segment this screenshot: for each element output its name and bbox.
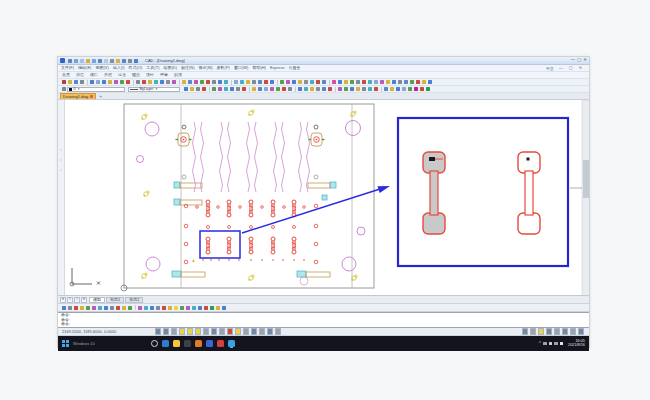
app-icon[interactable] — [206, 340, 213, 347]
file-tab-bar: Drawing1.dwg + — [58, 93, 589, 100]
login-button[interactable]: 登录 — [546, 66, 554, 71]
chevron-down-icon: ▾ — [155, 87, 157, 91]
close-button[interactable]: ✕ — [583, 58, 587, 63]
standard-toolbar-icons[interactable] — [61, 80, 433, 85]
status-toggle-buttons[interactable] — [154, 328, 282, 335]
canvas-left-strip — [58, 100, 65, 296]
layer-manager-icon[interactable] — [62, 87, 66, 91]
chevron-down-icon: ▾ — [78, 87, 80, 91]
drawing-canvas-area — [58, 100, 589, 296]
edge-browser-icon[interactable] — [162, 340, 169, 347]
plugin-menu-item[interactable]: 运水 — [118, 73, 126, 77]
command-input-line[interactable]: 命令: — [61, 322, 586, 326]
mold-plate-drawing — [70, 104, 374, 291]
layer-value: 0 — [74, 87, 76, 91]
tray-icon[interactable] — [543, 342, 547, 346]
tab-layout2[interactable]: 布局2 — [125, 297, 143, 303]
menu-dimension[interactable]: 标注(N) — [181, 66, 195, 70]
minimize-button[interactable]: — — [570, 58, 575, 63]
canvas-scrollbar[interactable] — [570, 100, 589, 296]
menu-cloud[interactable]: 云服务 — [288, 66, 300, 70]
mdi-close-button[interactable]: ✕ — [579, 66, 582, 70]
plugin-menu-item[interactable]: 弹簧 — [160, 73, 168, 77]
screenshot-stage: CAD - [Drawing1.dwg] — ▢ ✕ 文件(F) 编辑(E) 视… — [0, 0, 650, 400]
maximize-button[interactable]: ▢ — [577, 58, 581, 63]
color-value: ByLayer — [140, 87, 154, 91]
quick-access-toolbar[interactable] — [67, 59, 139, 63]
app-logo-icon — [60, 58, 65, 63]
standard-toolbar — [58, 79, 589, 86]
menu-draw[interactable]: 绘图(D) — [163, 66, 177, 70]
menu-file[interactable]: 文件(F) — [61, 66, 74, 70]
modify-toolbar-icons[interactable] — [183, 87, 431, 92]
ucs-icon — [70, 268, 100, 286]
mdi-minimize-button[interactable]: — — [559, 66, 563, 70]
plugin-menu-item[interactable]: 燕秀 — [62, 73, 70, 77]
drawing-file-tab[interactable]: Drawing1.dwg — [60, 93, 96, 99]
detail-view-box — [398, 118, 568, 266]
file-explorer-icon[interactable] — [173, 340, 180, 347]
app-icon[interactable] — [195, 340, 202, 347]
menu-format[interactable]: 格式(O) — [129, 66, 143, 70]
plugin-menu-row: 燕秀 排位 模仁 开框 运水 螺丝 顶针 弹簧 斜顶 — [58, 72, 589, 79]
window-controls: — ▢ ✕ — [570, 58, 587, 63]
app-icon[interactable] — [217, 340, 224, 347]
menu-tools[interactable]: 工具(T) — [146, 66, 159, 70]
draw-toolbar — [58, 304, 589, 312]
menu-view[interactable]: 视图(V) — [95, 66, 108, 70]
scrollbar-thumb — [583, 160, 589, 198]
drawing-canvas[interactable] — [58, 100, 589, 296]
window-title: CAD - [Drawing1.dwg] — [145, 58, 185, 63]
menu-parametric[interactable]: 参数(P) — [217, 66, 230, 70]
new-tab-button[interactable]: + — [99, 94, 102, 99]
tab-nav-last[interactable]: » — [81, 297, 87, 303]
menubar: 文件(F) 编辑(E) 视图(V) 插入(I) 格式(O) 工具(T) 绘图(D… — [58, 65, 589, 72]
windows-taskbar: Windows 10 ^ 16:05 2021/8/16 — [58, 336, 589, 351]
layer-dropdown[interactable]: 0 ▾ — [67, 87, 125, 92]
tab-layout1[interactable]: 布局1 — [106, 297, 124, 303]
tab-model[interactable]: 模型 — [89, 297, 105, 303]
menu-modify[interactable]: 修改(M) — [199, 66, 213, 70]
tray-chevron-icon[interactable]: ^ — [539, 341, 541, 346]
layout-tab-bar: « ‹ › » 模型 布局1 布局2 — [58, 296, 589, 304]
status-bar: 2169.2000, 1185.6000, 0.0000 — [58, 328, 589, 336]
command-line-panel: 命令: 命令: 命令: — [58, 312, 589, 328]
system-tray: ^ 16:05 2021/8/16 — [539, 340, 585, 348]
plugin-menu-item[interactable]: 顶针 — [146, 73, 154, 77]
plugin-menu-item[interactable]: 开框 — [104, 73, 112, 77]
layer-color-swatch — [69, 88, 72, 91]
tab-nav-next[interactable]: › — [74, 297, 80, 303]
layers-toolbar: 0 ▾ ByLayer ▾ — [58, 86, 589, 93]
network-icon[interactable] — [554, 342, 558, 346]
desktop: CAD - [Drawing1.dwg] — ▢ ✕ 文件(F) 编辑(E) 视… — [57, 56, 590, 348]
taskbar-clock[interactable]: 16:05 2021/8/16 — [568, 340, 585, 348]
menu-express[interactable]: Express — [270, 66, 284, 70]
modified-dot-icon — [90, 95, 93, 98]
color-dropdown[interactable]: ByLayer ▾ — [128, 87, 180, 92]
cortana-icon[interactable] — [151, 340, 158, 347]
plugin-menu-item[interactable]: 排位 — [76, 73, 84, 77]
file-tab-label: Drawing1.dwg — [63, 94, 88, 99]
status-right-buttons[interactable] — [521, 328, 585, 335]
plugin-menu-item[interactable]: 模仁 — [90, 73, 98, 77]
cursor-coordinates: 2169.2000, 1185.6000, 0.0000 — [62, 329, 116, 334]
taskbar-os-label: Windows 10 — [73, 341, 95, 346]
draw-toolbar-icons[interactable] — [61, 305, 227, 310]
menu-help[interactable]: 帮助(H) — [252, 66, 266, 70]
bylayer-line-icon — [130, 89, 138, 90]
clock-date: 2021/8/16 — [568, 344, 585, 348]
menu-window[interactable]: 窗口(W) — [234, 66, 248, 70]
menu-edit[interactable]: 编辑(E) — [78, 66, 91, 70]
tray-icon[interactable] — [549, 342, 553, 346]
titlebar: CAD - [Drawing1.dwg] — ▢ ✕ — [58, 57, 589, 65]
cad-app-icon-active[interactable] — [228, 340, 235, 347]
mdi-restore-button[interactable]: ▢ — [569, 66, 573, 70]
tab-nav-first[interactable]: « — [60, 297, 66, 303]
volume-icon[interactable] — [560, 342, 564, 346]
menu-insert[interactable]: 插入(I) — [113, 66, 125, 70]
tab-nav-prev[interactable]: ‹ — [67, 297, 73, 303]
store-icon[interactable] — [184, 340, 191, 347]
plugin-menu-item[interactable]: 螺丝 — [132, 73, 140, 77]
start-button[interactable] — [62, 340, 69, 347]
plugin-menu-item[interactable]: 斜顶 — [174, 73, 182, 77]
